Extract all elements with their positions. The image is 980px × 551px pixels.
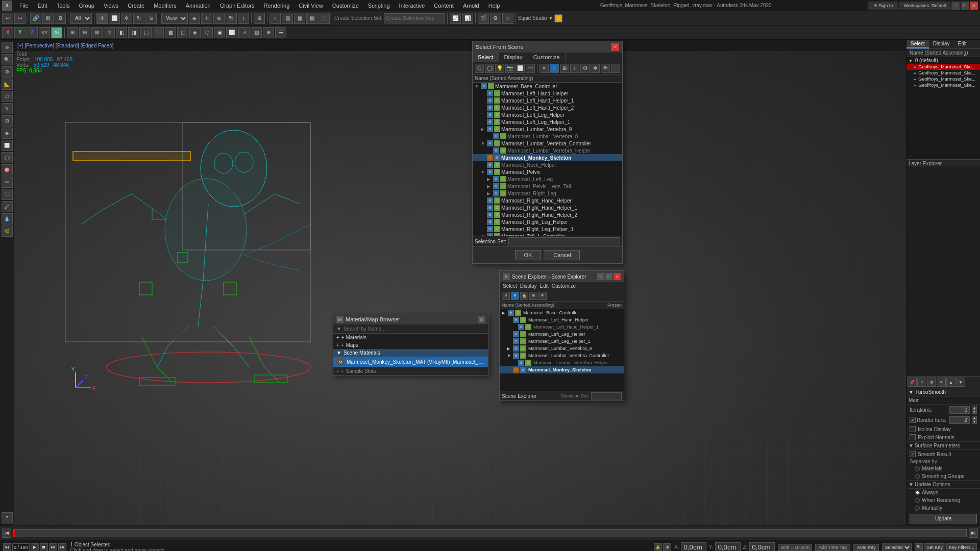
viewport-canvas[interactable]: X Y Z [14, 51, 906, 525]
se-item-lvc[interactable]: ▼ ⊕ ⊡ Marmoset_Lumbar_Vertebra_Controlle… [500, 352, 624, 359]
key-filters-btn[interactable]: Key Filters... [946, 543, 977, 552]
smoothing-groups-radio[interactable] [915, 474, 920, 479]
se-maximize-btn[interactable]: □ [605, 273, 612, 280]
materials-radio[interactable] [915, 466, 920, 471]
viewport[interactable]: [+] [Perspective] [Standard] [Edged Face… [14, 40, 906, 525]
sfs-tab-select[interactable]: Select [473, 53, 499, 62]
set-key-btn[interactable]: Set Key [924, 543, 945, 552]
mirror-button[interactable]: ⊞ [254, 13, 265, 24]
filter-dropdown[interactable]: All [70, 13, 92, 24]
sfs-tab-customize[interactable]: Customize [528, 53, 566, 62]
tb2-btn12[interactable]: ⬡ [202, 27, 213, 38]
sde-item-default[interactable]: ▼ 0 (default) [906, 57, 980, 64]
se-scene-list[interactable]: ▶ ⊕ ⊡ Marmoset_Base_Controller ▶ ⊕ ⊡ Mar… [500, 309, 624, 391]
surface-params-section[interactable]: ▼Surface Parameters [906, 441, 980, 450]
menu-customize[interactable]: Customize [328, 2, 363, 10]
render-settings-button[interactable]: ⚙ [490, 13, 501, 24]
link-button[interactable]: 🔗 [30, 13, 41, 24]
grid-size-display[interactable]: Grid = 10,0cm [778, 544, 812, 551]
scene-item-lv9[interactable]: ▶ ⊕ ⊡ Marmoset_Lumbar_Vertebra_9 [473, 126, 622, 133]
tb2-btn5[interactable]: ◧ [116, 27, 127, 38]
sidebar-btn-2[interactable]: 🔍 [2, 54, 13, 65]
update-options-section[interactable]: ▼Update Options [906, 480, 980, 489]
tc-prev-btn[interactable]: ⏮ [3, 543, 11, 552]
select-button[interactable]: ✛ [96, 13, 108, 24]
explicit-normals-checkbox[interactable] [910, 434, 916, 440]
mod-pin-icon[interactable]: 📌 [908, 378, 917, 387]
create-selection-set-input[interactable] [384, 13, 445, 23]
sidebar-btn-10[interactable]: ◯ [2, 152, 13, 163]
turbossmooth-section[interactable]: ▼ TurboSmooth [906, 388, 980, 396]
unlink-button[interactable]: ⛓ [42, 13, 54, 24]
menu-edit[interactable]: Edit [34, 2, 52, 10]
y-axis-button[interactable]: Y [14, 27, 26, 38]
scene-item-lvc[interactable]: ▼ ⊕ ⊡ Marmoset_Lumbar_Vertebra_Controlle… [473, 140, 622, 147]
sidebar-btn-3[interactable]: ⚙ [2, 66, 13, 78]
sidebar-btn-5[interactable]: ⬡ [2, 91, 13, 102]
scene-item-lhh1[interactable]: ▶ ⊕ ⊡ Marmoset_Left_Hand_Helper_1 [473, 97, 622, 104]
sfs-filter-helpers[interactable]: ⬜ [516, 64, 525, 73]
menu-graph-editors[interactable]: Graph Editors [216, 2, 259, 10]
scene-item-rlh[interactable]: ▶ ⊕ ⊡ Marmoset_Right_Leg_Helper [473, 218, 622, 226]
scene-item-plt[interactable]: ▶ ⊕ ⊡ Marmoset_Pelvic_Legs_Tail [473, 183, 622, 190]
se-tab-display[interactable]: Display [520, 283, 537, 289]
align-button[interactable]: ≡ [270, 13, 281, 24]
se-selection-set-input[interactable] [591, 392, 622, 399]
always-radio[interactable] [915, 490, 920, 495]
tc-stop-btn[interactable]: ⏹ [40, 543, 48, 552]
workspaces-button[interactable]: Workspaces: Default [899, 2, 950, 10]
mat-browser-material-item[interactable]: M Marmoset_Monkey_Skeleton_MAT (VRayMtl)… [333, 357, 488, 367]
sfs-list-view-btn[interactable]: ≡ [550, 64, 559, 73]
tb2-btn7[interactable]: ⬚ [140, 27, 152, 38]
scene-item-llh1[interactable]: ▶ ⊕ ⊡ Marmoset_Left_Leg_Helper_1 [473, 118, 622, 126]
mod-delete-icon[interactable]: ✕ [937, 378, 946, 387]
menu-content[interactable]: Content [430, 2, 458, 10]
sidebar-btn-6[interactable]: ✎ [2, 103, 13, 114]
when-rendering-radio[interactable] [915, 498, 920, 503]
scene-item-rlh1[interactable]: ▶ ⊕ ⊡ Marmoset_Right_Leg_Helper_1 [473, 226, 622, 233]
mat-section-materials[interactable]: + + Materials [333, 334, 488, 341]
menu-scripting[interactable]: Scripting [364, 2, 394, 10]
se-lock-btn[interactable]: 🔒 [520, 292, 528, 300]
mat-browser-footer[interactable]: + + Sample Slots [333, 367, 488, 375]
z-axis-button[interactable]: Z [27, 27, 38, 38]
align-view-button[interactable]: ▤ [282, 13, 293, 24]
x-axis-button[interactable]: X [2, 27, 13, 38]
add-time-tag-btn[interactable]: Add Time Tag [815, 544, 850, 551]
curve-editor-button[interactable]: 📈 [450, 13, 461, 24]
mat-section-scene-materials[interactable]: ▼ Scene Materials [333, 349, 488, 357]
tb2-btn13[interactable]: ▣ [214, 27, 225, 38]
render-iters-checkbox[interactable]: ✓ [910, 417, 916, 423]
scene-item-nh[interactable]: ▶ ⊕ ⊡ Marmoset_Neck_Helper [473, 161, 622, 168]
sign-in-button[interactable]: ⊕ Sign In [868, 2, 898, 10]
se-tab-select[interactable]: Select [503, 283, 517, 289]
sde-tab-display[interactable]: Display [929, 40, 954, 48]
sfs-selection-set-input[interactable] [508, 237, 620, 245]
sfs-freeze-btn[interactable]: ❄ [591, 64, 600, 73]
scene-item-lhh[interactable]: ▶ ⊕ ⊡ Marmoset_Left_Hand_Helper [473, 90, 622, 97]
menu-interactive[interactable]: Interactive [395, 2, 429, 10]
scene-item-rhh1[interactable]: ▶ ⊕ ⊡ Marmoset_Right_Hand_Helper_1 [473, 204, 622, 211]
scene-item-rhh[interactable]: ▶ ⊕ ⊡ Marmoset_Right_Hand_Helper [473, 197, 622, 204]
tb2-btn15[interactable]: ⊿ [238, 27, 250, 38]
normal-align-button[interactable]: ▦ [294, 13, 305, 24]
tl-end-btn[interactable]: ▶| [969, 529, 978, 538]
menu-civil-view[interactable]: Civil View [295, 2, 327, 10]
smooth-result-checkbox[interactable]: ✓ [910, 451, 916, 457]
sfs-filter-cameras[interactable]: 📷 [505, 64, 514, 73]
tb2-btn17[interactable]: ⊕ [263, 27, 274, 38]
sidebar-btn-11[interactable]: 🎯 [2, 164, 13, 176]
scene-item-lv8[interactable]: ▶ ⊕ ⊡ Marmoset_Lumbar_Vertebra_8 [473, 133, 622, 140]
se-item-llh1[interactable]: ▶ ⊕ ⊡ Marmoset_Left_Leg_Helper_1 [500, 338, 624, 345]
view-dropdown[interactable]: View [161, 13, 188, 24]
scene-item-lhh2[interactable]: ▶ ⊕ ⊡ Marmoset_Left_Hand_Helper_2 [473, 104, 622, 111]
percent-snap-button[interactable]: % [226, 13, 237, 24]
sidebar-btn-13[interactable]: ⬛ [2, 189, 13, 200]
sfs-filter-spacewarps[interactable]: 〰 [526, 64, 535, 73]
se-eye-btn[interactable]: 👁 [538, 292, 547, 300]
manually-radio[interactable] [915, 506, 920, 511]
timeline-slider[interactable] [13, 529, 967, 537]
se-item-lv9[interactable]: ▶ ⊕ ⊡ Marmoset_Lumbar_Vertebra_9 [500, 345, 624, 352]
render-frame-button[interactable]: 🎬 [478, 13, 489, 24]
y-coord-input[interactable]: 0,0cm [715, 542, 741, 551]
